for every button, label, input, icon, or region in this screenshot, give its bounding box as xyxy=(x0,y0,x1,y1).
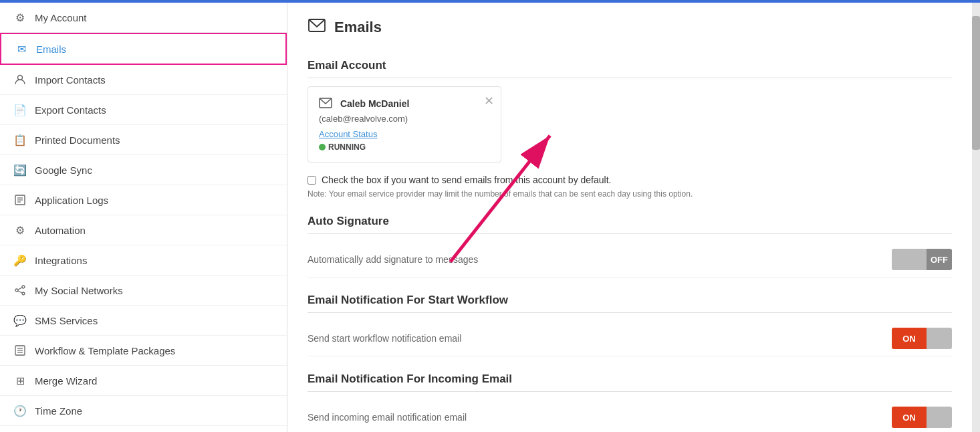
sidebar-item-trash[interactable]: 🗑 Trash xyxy=(0,426,287,432)
sidebar-item-import-contacts[interactable]: Import Contacts xyxy=(0,65,287,95)
sidebar: ⚙ My Account ✉ Emails Import Contacts 📄 … xyxy=(0,3,287,432)
email-header-icon xyxy=(308,16,326,39)
svg-line-9 xyxy=(18,291,22,293)
toggle-on-part xyxy=(892,249,927,270)
print-icon: 📋 xyxy=(13,133,27,146)
account-status-link[interactable]: Account Status xyxy=(319,129,490,139)
toggle-on-part: ON xyxy=(892,407,927,428)
account-email: (caleb@realvolve.com) xyxy=(319,114,408,124)
share-icon xyxy=(13,284,27,297)
sync-icon: 🔄 xyxy=(13,163,27,177)
automation-icon: ⚙ xyxy=(13,223,27,237)
sms-icon: 💬 xyxy=(13,314,27,327)
merge-icon: ⊞ xyxy=(13,374,27,387)
notification-workflow-section: Email Notification For Start Workflow Se… xyxy=(308,294,952,356)
sidebar-item-label: Workflow & Template Packages xyxy=(35,345,175,356)
default-checkbox-note: Note: Your email service provider may li… xyxy=(308,189,952,199)
svg-line-8 xyxy=(18,288,22,290)
sidebar-item-label: Application Logs xyxy=(35,195,108,206)
notification-incoming-label: Send incoming email notification email xyxy=(308,412,467,423)
notification-incoming-title: Email Notification For Incoming Email xyxy=(308,372,952,392)
status-badge: RUNNING xyxy=(319,142,366,152)
scrollbar-track[interactable] xyxy=(972,3,980,432)
sidebar-item-label: Automation xyxy=(35,225,86,236)
default-checkbox-row: Check the box if you want to send emails… xyxy=(308,175,952,185)
toggle-off-part xyxy=(927,328,952,349)
sidebar-item-workflow-packages[interactable]: Workflow & Template Packages xyxy=(0,336,287,366)
sidebar-item-application-logs[interactable]: Application Logs xyxy=(0,185,287,215)
sidebar-item-label: SMS Services xyxy=(35,315,98,326)
close-button[interactable]: ✕ xyxy=(484,94,494,108)
sidebar-item-integrations[interactable]: 🔑 Integrations xyxy=(0,245,287,276)
sidebar-item-label: Export Contacts xyxy=(35,104,106,116)
svg-point-6 xyxy=(15,289,18,292)
card-email-icon xyxy=(319,96,332,113)
notification-incoming-toggle[interactable]: ON xyxy=(892,407,952,428)
sidebar-item-label: Emails xyxy=(36,43,66,55)
notification-incoming-row: Send incoming email notification email O… xyxy=(308,400,952,432)
auto-signature-row: Automatically add signature to messages … xyxy=(308,242,952,278)
sidebar-item-label: Import Contacts xyxy=(35,74,106,86)
email-account-title: Email Account xyxy=(308,59,952,78)
sidebar-item-sms-services[interactable]: 💬 SMS Services xyxy=(0,306,287,336)
main-content: Emails Email Account Caleb McDaniel (cal… xyxy=(287,3,972,432)
notification-workflow-label: Send start workflow notification email xyxy=(308,333,461,344)
sidebar-item-label: Time Zone xyxy=(35,405,82,417)
toggle-off-part xyxy=(927,407,952,428)
toggle-off-part: OFF xyxy=(927,249,952,270)
sidebar-item-my-account[interactable]: ⚙ My Account xyxy=(0,3,287,33)
sidebar-item-label: Integrations xyxy=(35,255,87,266)
sidebar-item-google-sync[interactable]: 🔄 Google Sync xyxy=(0,155,287,185)
auto-signature-title: Auto Signature xyxy=(308,215,952,234)
auto-signature-label: Automatically add signature to messages xyxy=(308,254,478,265)
email-icon: ✉ xyxy=(15,42,28,56)
svg-point-5 xyxy=(22,286,25,288)
sidebar-item-social-networks[interactable]: My Social Networks xyxy=(0,276,287,306)
import-icon xyxy=(13,73,27,86)
auto-signature-toggle[interactable]: OFF xyxy=(892,249,952,270)
default-checkbox-label: Check the box if you want to send emails… xyxy=(322,175,611,185)
svg-point-7 xyxy=(22,292,25,295)
page-header: Emails xyxy=(308,16,952,45)
default-email-checkbox[interactable] xyxy=(308,176,316,185)
notification-incoming-section: Email Notification For Incoming Email Se… xyxy=(308,372,952,432)
sidebar-item-merge-wizard[interactable]: ⊞ Merge Wizard xyxy=(0,366,287,396)
sidebar-item-printed-documents[interactable]: 📋 Printed Documents xyxy=(0,125,287,155)
status-dot xyxy=(319,144,326,150)
account-name: Caleb McDaniel xyxy=(340,98,409,109)
sidebar-item-label: Google Sync xyxy=(35,165,92,176)
scrollbar-thumb[interactable] xyxy=(972,16,980,150)
notification-workflow-row: Send start workflow notification email O… xyxy=(308,321,952,356)
status-value: RUNNING xyxy=(328,142,366,152)
top-bar xyxy=(0,0,980,3)
export-icon: 📄 xyxy=(13,103,27,116)
sidebar-item-label: Merge Wizard xyxy=(35,375,97,387)
sidebar-item-label: Printed Documents xyxy=(35,134,120,146)
sidebar-item-label: My Account xyxy=(35,12,87,23)
auto-signature-section: Auto Signature Automatically add signatu… xyxy=(308,215,952,278)
sidebar-item-label: My Social Networks xyxy=(35,285,123,296)
toggle-on-part: ON xyxy=(892,328,927,349)
sidebar-item-export-contacts[interactable]: 📄 Export Contacts xyxy=(0,95,287,125)
sidebar-item-emails[interactable]: ✉ Emails xyxy=(0,33,287,65)
notification-workflow-toggle[interactable]: ON xyxy=(892,328,952,349)
page-title: Emails xyxy=(334,19,382,36)
workflow-icon xyxy=(13,344,27,357)
clock-icon: 🕐 xyxy=(13,404,27,417)
sidebar-item-time-zone[interactable]: 🕐 Time Zone xyxy=(0,396,287,426)
notification-workflow-title: Email Notification For Start Workflow xyxy=(308,294,952,313)
key-icon: 🔑 xyxy=(13,253,27,267)
email-account-card: Caleb McDaniel (caleb@realvolve.com) ✕ A… xyxy=(308,86,501,163)
gear-icon: ⚙ xyxy=(13,11,27,24)
email-account-section: Email Account Caleb McDaniel (caleb@real… xyxy=(308,59,952,199)
logs-icon xyxy=(13,193,27,207)
sidebar-item-automation[interactable]: ⚙ Automation xyxy=(0,215,287,245)
